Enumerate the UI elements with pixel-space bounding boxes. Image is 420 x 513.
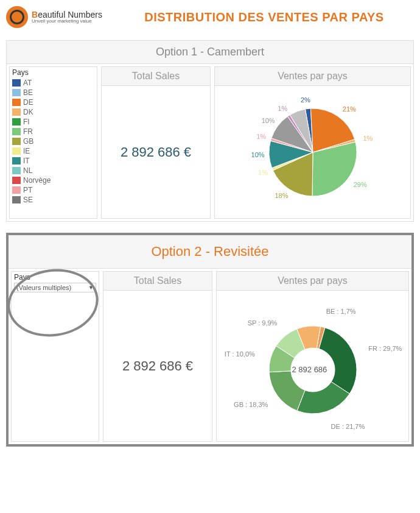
legend-label: DK — [23, 108, 33, 116]
legend-label: AT — [23, 79, 32, 87]
donut-chart-panel: Ventes par pays BE : 1,7%FR : 29,7%DE : … — [216, 271, 409, 442]
donut-chart-title: Ventes par pays — [217, 272, 408, 291]
legend-label: SE — [23, 196, 33, 204]
legend-label: IE — [23, 147, 30, 155]
chart-data-label: SP : 9,9% — [248, 319, 278, 327]
page-title: DISTRIBUTION DES VENTES PAR PAYS — [114, 10, 414, 24]
country-legend-header: Pays — [12, 68, 94, 77]
legend-item[interactable]: FR — [12, 127, 94, 136]
legend-swatch-icon — [12, 128, 21, 135]
donut-chart: BE : 1,7%FR : 29,7%DE : 21,7%GB : 18,3%I… — [222, 296, 404, 436]
total-sales-panel: Total Sales 2 892 686 € — [101, 66, 211, 219]
option2-block: Option 2 - Revisitée Pays (Valeurs multi… — [6, 233, 414, 447]
legend-item[interactable]: SE — [12, 195, 94, 205]
chart-data-label: 1% — [256, 133, 266, 140]
legend-label: IT — [23, 157, 30, 165]
country-filter-select[interactable]: (Valeurs multiples) ▼ — [14, 283, 96, 292]
pie-chart-panel: Ventes par pays 2%21%1%29%18%1%10%1%10%1… — [214, 66, 411, 219]
country-legend-list[interactable]: Pays ATBEDEDKFIFRGBIEITNLNorvègePTSE — [9, 66, 97, 219]
legend-item[interactable]: DE — [12, 97, 94, 107]
legend-swatch-icon — [12, 157, 21, 165]
legend-swatch-icon — [12, 99, 21, 106]
total-sales-title: Total Sales — [102, 67, 210, 86]
legend-item[interactable]: GB — [12, 136, 94, 146]
legend-swatch-icon — [12, 167, 21, 174]
legend-item[interactable]: AT — [12, 78, 94, 88]
chart-data-label: DE : 21,7% — [331, 423, 365, 430]
chart-data-label: 29% — [354, 181, 367, 188]
legend-swatch-icon — [12, 79, 21, 87]
legend-label: BE — [23, 88, 33, 97]
chart-data-label: 1% — [278, 105, 287, 112]
option1-title: Option 1 - Camembert — [7, 41, 413, 64]
brand-logo: Beautiful Numbers Unveil your marketing … — [6, 6, 102, 28]
legend-item[interactable]: FI — [12, 117, 94, 127]
legend-item[interactable]: IT — [12, 156, 94, 166]
logo-tagline: Unveil your marketing value — [32, 19, 102, 24]
legend-swatch-icon — [12, 89, 21, 96]
legend-item[interactable]: DK — [12, 107, 94, 117]
header: Beautiful Numbers Unveil your marketing … — [6, 6, 414, 28]
chart-data-label: 1% — [258, 169, 268, 176]
total-sales-value: 2 892 686 € — [121, 144, 191, 160]
chart-data-label: 10% — [251, 151, 265, 158]
legend-label: PT — [23, 186, 32, 194]
legend-swatch-icon — [12, 118, 21, 126]
legend-item[interactable]: Norvège — [12, 175, 94, 185]
chart-data-label: 2% — [301, 96, 310, 104]
legend-label: FI — [23, 118, 30, 126]
country-filter-header: Pays — [14, 273, 96, 281]
legend-item[interactable]: PT — [12, 185, 94, 195]
chart-data-label: BE : 1,7% — [326, 308, 356, 315]
country-filter-value: (Valeurs multiples) — [16, 284, 71, 291]
chart-data-label: GB : 18,3% — [234, 401, 268, 408]
legend-item[interactable]: NL — [12, 166, 94, 175]
pie-chart: 2%21%1%29%18%1%10%1%10%1% — [222, 91, 404, 213]
chart-data-label: 10% — [262, 117, 275, 124]
option2-title: Option 2 - Revisitée — [9, 235, 411, 269]
legend-swatch-icon — [12, 177, 21, 184]
logo-icon — [6, 6, 28, 28]
chart-data-label: 18% — [275, 192, 288, 199]
legend-swatch-icon — [12, 138, 21, 145]
legend-item[interactable]: BE — [12, 88, 94, 97]
chart-data-label: IT : 10,0% — [225, 350, 255, 358]
legend-label: FR — [23, 127, 33, 136]
legend-item[interactable]: IE — [12, 146, 94, 156]
donut-center-label: 2 892 686 — [292, 365, 327, 374]
total-sales-title-2: Total Sales — [103, 272, 212, 291]
legend-swatch-icon — [12, 147, 21, 155]
pie-chart-title: Ventes par pays — [215, 67, 410, 86]
chart-data-label: 1% — [363, 135, 373, 142]
legend-label: Norvège — [23, 176, 51, 185]
chart-data-label: 21% — [343, 105, 356, 113]
legend-swatch-icon — [12, 196, 21, 203]
total-sales-panel-2: Total Sales 2 892 686 € — [103, 271, 212, 442]
legend-label: DE — [23, 98, 33, 107]
country-filter-panel: Pays (Valeurs multiples) ▼ — [11, 271, 99, 442]
legend-label: NL — [23, 166, 32, 175]
chart-data-label: FR : 29,7% — [368, 345, 402, 352]
chevron-down-icon: ▼ — [88, 285, 94, 291]
option1-block: Option 1 - Camembert Pays ATBEDEDKFIFRGB… — [6, 40, 414, 222]
legend-swatch-icon — [12, 108, 21, 116]
legend-label: GB — [23, 137, 33, 146]
legend-swatch-icon — [12, 186, 21, 194]
total-sales-value-2: 2 892 686 € — [122, 358, 193, 374]
